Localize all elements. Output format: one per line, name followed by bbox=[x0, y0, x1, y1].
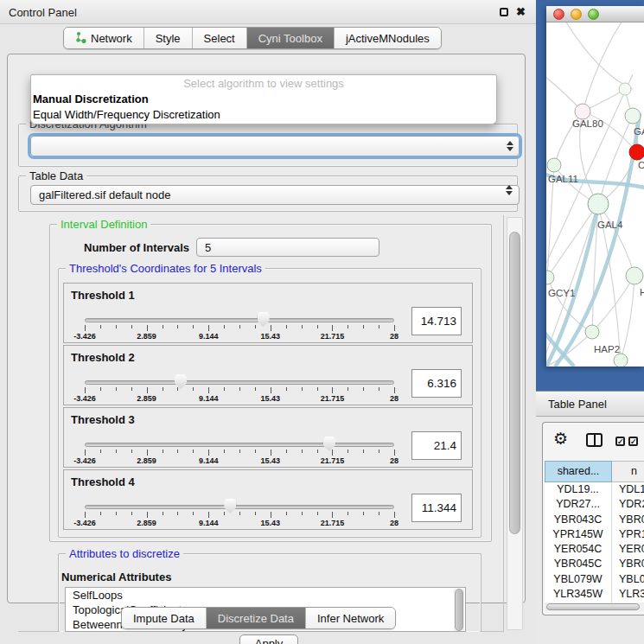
popup-placeholder-item[interactable]: Select algorithm to view settings bbox=[31, 75, 496, 92]
horizontal-scrollbar-thumb[interactable] bbox=[546, 603, 640, 610]
column-header-name[interactable]: n bbox=[612, 461, 644, 482]
threshold-value-field[interactable]: 14.713 bbox=[411, 307, 462, 335]
cell-name[interactable]: YLR3 bbox=[612, 587, 644, 602]
network-window-titlebar[interactable] bbox=[546, 6, 644, 22]
table-row[interactable]: YDR27...YDR2 bbox=[545, 497, 644, 512]
cell-shared-name[interactable]: YLR345W bbox=[545, 587, 612, 602]
vertical-scrollbar-thumb[interactable] bbox=[509, 232, 520, 534]
node-label: HAP2 bbox=[594, 344, 620, 354]
cell-shared-name[interactable]: YBR045C bbox=[545, 557, 612, 571]
cell-shared-name[interactable]: YER054C bbox=[545, 542, 612, 557]
table-row[interactable]: YPR145WYPR1 bbox=[545, 527, 644, 542]
network-node[interactable] bbox=[614, 354, 628, 367]
table-data-combobox[interactable]: galFiltered.sif default node bbox=[30, 185, 520, 205]
axis-tick-label: 21.715 bbox=[321, 332, 345, 341]
network-node-ga[interactable] bbox=[625, 108, 641, 124]
float-window-icon[interactable] bbox=[500, 8, 508, 16]
network-node-h[interactable] bbox=[626, 267, 643, 284]
split-columns-icon[interactable] bbox=[586, 433, 603, 447]
tab-cyni-toolbox[interactable]: Cyni Toolbox bbox=[247, 28, 335, 48]
axis-tick-label: 21.715 bbox=[321, 456, 345, 465]
table-row[interactable]: YER054CYER0 bbox=[545, 542, 644, 557]
tab-jactivemnodules[interactable]: jActiveMNodules bbox=[335, 28, 441, 48]
threshold-panel-1: Threshold 1-3.4262.8599.14415.4321.71528… bbox=[63, 283, 473, 343]
network-icon bbox=[75, 31, 86, 46]
column-header-shared-name[interactable]: shared... bbox=[545, 461, 612, 482]
axis-tick-label: 2.859 bbox=[137, 332, 156, 341]
axis-tick-label: 2.859 bbox=[137, 519, 156, 527]
number-of-intervals-label: Number of Intervals bbox=[84, 241, 189, 254]
tab-impute-data[interactable]: Impute Data bbox=[122, 608, 207, 628]
tab-label: jActiveMNodules bbox=[346, 32, 430, 45]
network-canvas[interactable]: GAL80GACGAL11GAL4GCY1HHAP2 bbox=[546, 22, 644, 367]
horizontal-scrollbar[interactable] bbox=[545, 603, 644, 611]
slider-track[interactable] bbox=[85, 380, 394, 385]
cell-name[interactable]: YBR0 bbox=[612, 557, 644, 571]
algorithm-combobox[interactable] bbox=[30, 136, 520, 156]
table-row[interactable]: YLR345WYLR3 bbox=[545, 587, 644, 602]
threshold-value-field[interactable]: 21.4 bbox=[411, 431, 462, 460]
cell-name[interactable]: YER0 bbox=[612, 542, 644, 557]
network-node-gal4[interactable] bbox=[588, 194, 609, 214]
tab-discretize-data[interactable]: Discretize Data bbox=[207, 608, 306, 628]
cell-name[interactable]: YDL1 bbox=[612, 482, 644, 497]
cell-shared-name[interactable]: YPR145W bbox=[545, 527, 612, 542]
table-toolbar: ⚙ ✓ ✓ bbox=[543, 423, 644, 459]
network-node-hap2[interactable] bbox=[585, 325, 599, 339]
popup-item-equal-width[interactable]: Equal Width/Frequency Discretization bbox=[31, 107, 496, 123]
checkbox-icon[interactable]: ✓ bbox=[628, 437, 638, 446]
table-row[interactable]: YBR045CYBR0 bbox=[545, 557, 644, 571]
slider-track[interactable] bbox=[85, 443, 394, 447]
table-row[interactable]: YDL19...YDL1 bbox=[545, 482, 644, 497]
popup-item-manual-discretization[interactable]: Manual Discretization bbox=[31, 92, 496, 107]
network-node-c[interactable] bbox=[629, 144, 644, 160]
tab-label: Discretize Data bbox=[218, 612, 294, 625]
axis-tick-label: 15.43 bbox=[261, 519, 281, 527]
number-of-intervals-combobox[interactable]: 5 bbox=[196, 238, 379, 257]
cell-name[interactable]: YDR2 bbox=[612, 497, 644, 512]
slider-track[interactable] bbox=[85, 318, 394, 322]
network-node-gal80[interactable] bbox=[575, 104, 590, 119]
table-row[interactable]: YBR043CYBR0 bbox=[545, 513, 644, 527]
axis-tick-label: 15.43 bbox=[261, 394, 281, 403]
zoom-traffic-light-icon[interactable] bbox=[588, 9, 599, 20]
cell-name[interactable]: YPR1 bbox=[612, 527, 644, 542]
gear-icon[interactable]: ⚙ bbox=[553, 429, 568, 449]
table-row[interactable]: YBL079WYBL0 bbox=[545, 572, 644, 587]
tab-infer-network[interactable]: Infer Network bbox=[306, 608, 395, 628]
cell-shared-name[interactable]: YBR043C bbox=[545, 513, 612, 527]
network-node[interactable] bbox=[619, 83, 631, 95]
node-label: GCY1 bbox=[548, 288, 575, 298]
checkbox-icon[interactable]: ✓ bbox=[615, 437, 625, 446]
tab-label: Network bbox=[91, 32, 132, 45]
cell-shared-name[interactable]: YDR27... bbox=[545, 497, 612, 512]
threshold-label: Threshold 4 bbox=[71, 475, 135, 488]
table-panel-title: Table Panel bbox=[548, 398, 607, 411]
tab-select[interactable]: Select bbox=[193, 28, 247, 48]
network-node-gal11[interactable] bbox=[547, 158, 561, 172]
tab-style[interactable]: Style bbox=[144, 28, 193, 48]
cell-shared-name[interactable]: YBL079W bbox=[545, 572, 612, 587]
attributes-scrollbar-thumb[interactable] bbox=[455, 589, 463, 631]
threshold-panel-3: Threshold 3-3.4262.8599.14415.4321.71528… bbox=[63, 407, 473, 468]
cell-shared-name[interactable]: YDL19... bbox=[545, 482, 612, 497]
network-node-gcy1[interactable] bbox=[546, 271, 554, 284]
apply-button[interactable]: Apply bbox=[239, 634, 298, 644]
close-icon[interactable]: ✖ bbox=[516, 5, 526, 18]
minimize-traffic-light-icon[interactable] bbox=[571, 9, 582, 20]
axis-tick-label: 9.144 bbox=[199, 332, 219, 341]
attributes-scrollbar[interactable] bbox=[454, 589, 464, 631]
combo-arrows-icon bbox=[506, 185, 512, 195]
cell-name[interactable]: YBR0 bbox=[612, 513, 644, 527]
vertical-scrollbar[interactable] bbox=[507, 217, 523, 630]
attribute-item[interactable]: SelfLoops bbox=[66, 588, 465, 603]
axis-tick-label: 28 bbox=[390, 394, 399, 403]
threshold-value-field[interactable]: 11.344 bbox=[411, 494, 462, 522]
threshold-value-field[interactable]: 6.316 bbox=[411, 369, 462, 398]
axis-tick-label: 28 bbox=[390, 519, 399, 527]
close-traffic-light-icon[interactable] bbox=[553, 9, 564, 20]
tab-network[interactable]: Network bbox=[64, 28, 144, 48]
slider-track[interactable] bbox=[85, 505, 394, 509]
cell-name[interactable]: YBL0 bbox=[612, 572, 644, 587]
network-window: GAL80GACGAL11GAL4GCY1HHAP2 bbox=[546, 6, 644, 367]
